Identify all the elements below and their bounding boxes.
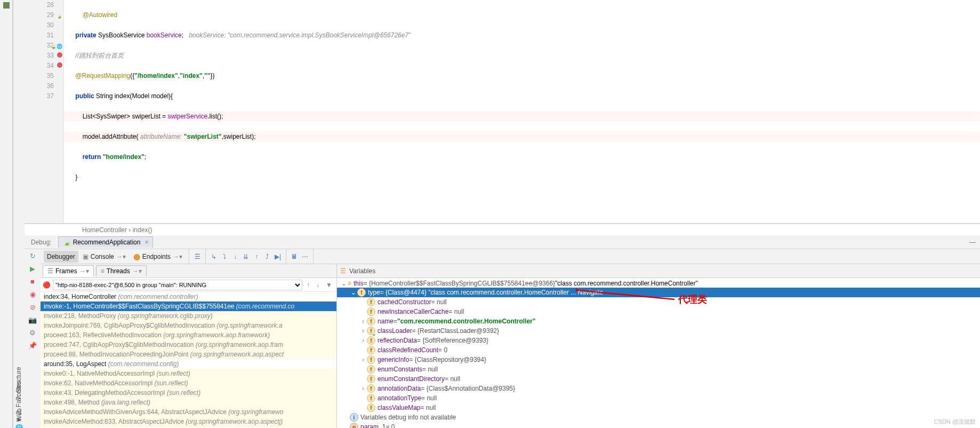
- obj-icon: ≡: [348, 280, 351, 287]
- frame-item[interactable]: invokeAdviceMethod:633, AbstractAspectJA…: [41, 417, 336, 426]
- debugger-tab[interactable]: Debugger: [44, 251, 78, 263]
- endpoints-tab[interactable]: ⬤Endpoints→▾: [130, 251, 186, 263]
- var-classLoader: ›f🍃classLoader = {RestartClassLoader@939…: [337, 326, 980, 336]
- frame-item[interactable]: invokeAdviceMethodWithGivenArgs:644, Abs…: [41, 407, 336, 417]
- mute-bp-icon[interactable]: ⊘: [28, 303, 37, 311]
- line-35: 35: [25, 71, 54, 81]
- frame-item[interactable]: invoke0:-1, NativeMethodAccessorImpl (su…: [41, 369, 336, 378]
- field-icon: f: [367, 298, 375, 306]
- expand-icon[interactable]: ›: [359, 385, 367, 392]
- field-icon: f: [367, 384, 375, 393]
- breadcrumb[interactable]: HomeController › index(): [25, 224, 980, 235]
- line-gutter[interactable]: 28 29🍃 30 31 32🍃🌐 33 34 35 36 37: [25, 0, 64, 223]
- var-enumConstantDirectory: fenumConstantDirectory = null: [337, 374, 980, 384]
- var-classRedefinedCount: fclassRedefinedCount = 0: [337, 345, 980, 355]
- field-icon: f: [357, 288, 366, 297]
- filter-icon[interactable]: ▼: [324, 281, 334, 289]
- prev-frame-icon[interactable]: ↑: [304, 281, 312, 289]
- evaluate-icon[interactable]: 🖩: [290, 252, 299, 261]
- frame-item[interactable]: invoke:62, NativeMethodAccessorImpl (sun…: [41, 378, 336, 388]
- camera-icon[interactable]: 📷: [28, 315, 37, 324]
- expand-icon[interactable]: ›: [359, 356, 367, 363]
- line-32: 32🍃🌐: [25, 41, 54, 51]
- expand-icon[interactable]: ⌄: [350, 289, 357, 296]
- frame-item[interactable]: invokeJoinpoint:769, CglibAopProxy$Cglib…: [41, 321, 336, 330]
- breakpoint-icon[interactable]: [57, 62, 62, 68]
- stop-icon[interactable]: ■: [28, 277, 37, 286]
- var-reflectionData: ›freflectionData = {SoftReference@9393}: [337, 336, 980, 345]
- debug-tab-bar: Debug: 🍃 RecommendApplication × —: [25, 235, 980, 249]
- next-frame-icon[interactable]: ↓: [314, 281, 322, 289]
- frame-item[interactable]: proceed:163, ReflectiveMethodInvocation …: [41, 330, 336, 340]
- frame-item[interactable]: around:35, LogAspect (com.recommend.conf…: [41, 359, 336, 369]
- info-icon: i: [350, 413, 358, 422]
- show-exec-icon[interactable]: ↳: [209, 252, 219, 261]
- frame-item[interactable]: proceed:747, CglibAopProxy$CglibMethodIn…: [41, 340, 336, 350]
- field-icon: f🍃: [367, 327, 375, 335]
- settings-icon[interactable]: ⚙: [28, 328, 37, 337]
- breakpoint-icon[interactable]: [57, 52, 62, 58]
- threads-tab[interactable]: ≡Threads→▾: [96, 265, 147, 276]
- console-icon: ▣: [83, 253, 89, 260]
- field-icon: f: [367, 336, 375, 345]
- variables-tree[interactable]: ⌄≡this = {HomeController$$FastClassBySpr…: [337, 278, 980, 428]
- step-over-icon[interactable]: ⤵: [220, 252, 229, 261]
- editor: 28 29🍃 30 31 32🍃🌐 33 34 35 36 37 @Autowi…: [25, 0, 980, 224]
- bean-icon[interactable]: 🍃: [57, 11, 62, 21]
- debug-body: ↻ ▶ ■ ◉ ⊘ 📷 ⚙ 📌 Debugger ▣Console→▾ ⬤End…: [25, 249, 980, 428]
- frames-list[interactable]: index:34, HomeController (com.recommend.…: [41, 292, 336, 428]
- run-config-tab[interactable]: 🍃 RecommendApplication ×: [58, 236, 154, 248]
- breakpoints-icon[interactable]: ◉: [28, 290, 37, 298]
- frames-pane: ☰Frames→▾ ≡Threads→▾ 🔴 "http-nio-8188-ex…: [41, 264, 337, 428]
- console-tab[interactable]: ▣Console→▾: [79, 251, 129, 263]
- expand-icon[interactable]: ›: [359, 318, 367, 325]
- force-step-icon[interactable]: ⇊: [241, 252, 251, 261]
- drop-frame-icon[interactable]: ⤴: [262, 252, 272, 261]
- pin-icon[interactable]: 📌: [28, 341, 37, 350]
- watermark: CSDN @流烟默: [934, 418, 976, 426]
- layout-icon[interactable]: ☰: [192, 252, 202, 261]
- step-into-icon[interactable]: ↓: [230, 252, 240, 261]
- step-out-icon[interactable]: ↑: [252, 252, 261, 261]
- run-toolbar: ↻ ▶ ■ ◉ ⊘ 📷 ⚙ 📌: [25, 249, 41, 428]
- var-annotationType: fannotationType = null: [337, 393, 980, 403]
- var-annotationData: ›fannotationData = {Class$AnnotationData…: [337, 384, 980, 393]
- var-param1: pparam_1 = 0: [337, 422, 980, 428]
- close-icon[interactable]: ×: [144, 239, 148, 246]
- frame-item[interactable]: invoke:43, DelegatingMethodAccessorImpl …: [41, 388, 336, 398]
- expand-icon[interactable]: ›: [359, 327, 367, 335]
- rerun-icon[interactable]: ↻: [28, 251, 37, 260]
- web-tab[interactable]: 🌐Web: [15, 408, 23, 428]
- expand-icon[interactable]: ⌄: [340, 280, 348, 287]
- field-icon: f: [367, 403, 375, 412]
- code-area[interactable]: @Autowired private SysBookService bookSe…: [64, 0, 980, 223]
- field-icon: f: [367, 317, 375, 326]
- thread-select[interactable]: "http-nio-8188-exec-2"@8,500 in group "m…: [53, 280, 302, 290]
- var-enumConstants: fenumConstants = null: [337, 364, 980, 374]
- frames-tab[interactable]: ☰Frames→▾: [43, 265, 94, 276]
- field-icon: f: [367, 346, 375, 354]
- var-classValueMap: fclassValueMap = null: [337, 403, 980, 413]
- run-cursor-icon[interactable]: ▶|: [273, 252, 283, 261]
- var-newInstanceCallerCache: fnewInstanceCallerCache = null: [337, 307, 980, 316]
- thread-icon: 🔴: [43, 281, 51, 289]
- expand-icon[interactable]: ›: [359, 337, 367, 344]
- vars-icon: ☰: [340, 267, 346, 275]
- var-name: ›fname = "com.recommend.controller.HomeC…: [337, 316, 980, 326]
- variables-pane: ☰ Variables ⌄≡this = {HomeController$$Fa…: [337, 264, 980, 428]
- project-gutter[interactable]: [0, 0, 13, 428]
- frame-item[interactable]: index:34, HomeController (com.recommend.…: [41, 292, 336, 302]
- frame-item[interactable]: invoke:-1, HomeController$$FastClassBySp…: [41, 302, 336, 311]
- minimize-icon[interactable]: —: [969, 239, 976, 246]
- debug-label: Debug:: [27, 239, 56, 246]
- frame-item[interactable]: invoke:218, MethodProxy (org.springframe…: [41, 311, 336, 321]
- frame-item[interactable]: proceed:88, MethodInvocationProceedingJo…: [41, 350, 336, 359]
- endpoints-icon: ⬤: [133, 253, 140, 260]
- resume-icon[interactable]: ▶: [28, 264, 37, 273]
- trace-icon[interactable]: ⋯: [300, 252, 310, 261]
- line-28: 28: [25, 0, 54, 10]
- field-icon: f: [367, 394, 375, 402]
- frame-item[interactable]: invoke:498, Method (java.lang.reflect): [41, 398, 336, 407]
- var-debug-info: iVariables debug info not available: [337, 413, 980, 422]
- param-icon: p: [350, 423, 358, 428]
